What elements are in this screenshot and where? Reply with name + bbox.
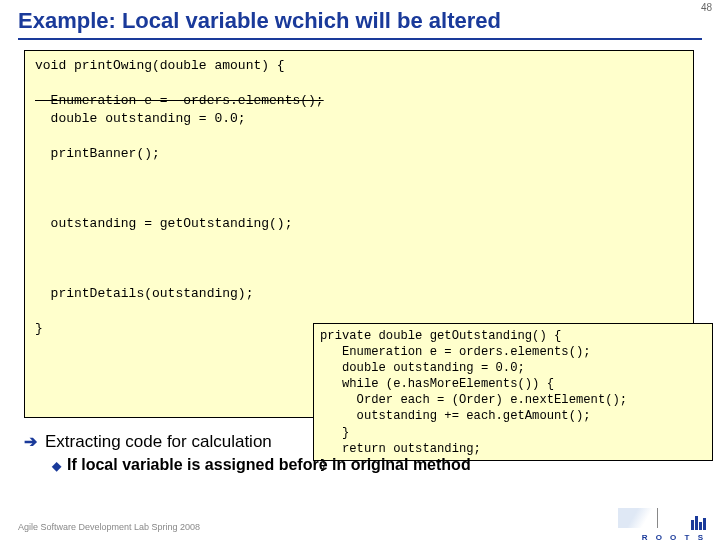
code-line: double outstanding = 0.0;	[35, 111, 246, 126]
title-underline	[18, 38, 702, 40]
code-line: void printOwing(double amount) {	[35, 58, 285, 73]
bullet-level-2: ◆ If local variable is assigned before i…	[52, 456, 694, 474]
bullet-level-1: ➔ Extracting code for calculation	[24, 432, 694, 452]
code-line: printBanner();	[35, 146, 160, 161]
bullet-text: Extracting code for calculation	[45, 432, 272, 452]
logo-bars-icon	[690, 516, 706, 534]
inner-line: outstanding += each.getAmount();	[320, 409, 591, 423]
code-line: outstanding = getOutstanding();	[35, 216, 292, 231]
inner-line: while (e.hasMoreElements()) {	[320, 377, 554, 391]
footer-text: Agile Software Development Lab Spring 20…	[18, 522, 200, 532]
code-line-struck: Enumeration e = orders.elements();	[35, 93, 324, 108]
code-line: printDetails(outstanding);	[35, 286, 253, 301]
diamond-icon: ◆	[52, 459, 61, 473]
code-line: }	[35, 321, 43, 336]
code-box-outer: void printOwing(double amount) { Enumera…	[24, 50, 694, 418]
bullet-text: If local variable is assigned before in …	[67, 456, 471, 474]
inner-line: private double getOutstanding() {	[320, 329, 561, 343]
arrow-icon: ➔	[24, 432, 37, 451]
inner-line: Order each = (Order) e.nextElement();	[320, 393, 627, 407]
roots-text: R O O T S	[642, 533, 706, 540]
slide: 48 Example: Local variable wchich will b…	[0, 0, 720, 540]
inner-line: Enumeration e = orders.elements();	[320, 345, 591, 359]
page-number: 48	[701, 2, 712, 13]
code-block: void printOwing(double amount) { Enumera…	[25, 51, 693, 344]
inner-line: double outstanding = 0.0;	[320, 361, 525, 375]
roots-logo	[690, 516, 706, 534]
slide-title: Example: Local variable wchich will be a…	[18, 8, 501, 34]
university-logo-icon	[618, 508, 658, 528]
bullet-list: ➔ Extracting code for calculation ◆ If l…	[24, 432, 694, 474]
